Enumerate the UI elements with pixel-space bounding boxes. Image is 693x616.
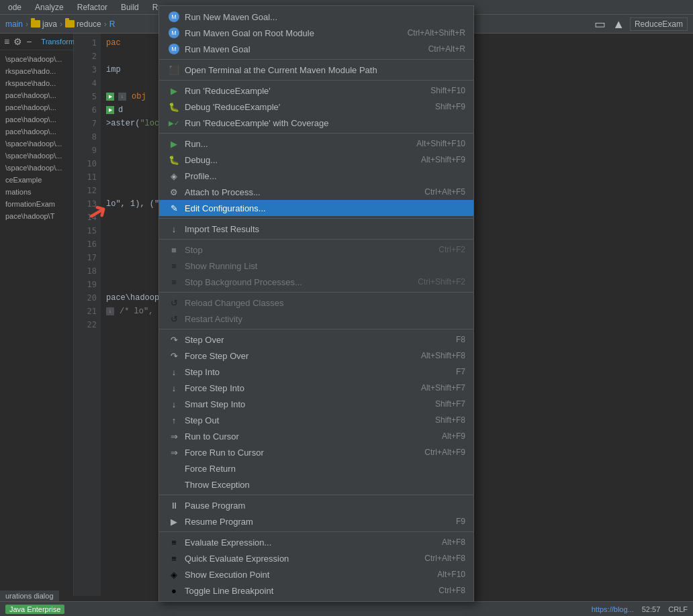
list-item[interactable]: \space\hadoop\... <box>0 138 73 150</box>
breadcrumb-main[interactable]: main <box>5 19 23 29</box>
ctx-item-run-to-cursor[interactable]: ⇒ Run to Cursor Alt+F9 <box>159 428 473 444</box>
list-item[interactable]: pace\hadoop\T <box>0 210 73 222</box>
ctx-item-open-terminal[interactable]: ⬛ Open Terminal at the Current Maven Mod… <box>159 62 473 78</box>
ctx-label: Restart Activity <box>185 314 465 324</box>
list-item[interactable]: pace\hadoop\... <box>0 89 73 101</box>
ctx-item-evaluate[interactable]: ≡ Evaluate Expression... Alt+F8 <box>159 534 473 550</box>
coverage-icon: ▶✓ <box>167 119 181 127</box>
menu-item-ode[interactable]: ode <box>5 1 24 13</box>
menu-item-refactor[interactable]: Refactor <box>75 1 110 13</box>
ctx-item-force-run-cursor[interactable]: ⇒ Force Run to Cursor Ctrl+Alt+F9 <box>159 444 473 460</box>
ctx-label: Reload Changed Classes <box>185 298 465 308</box>
ctx-shortcut: Alt+Shift+F7 <box>421 383 465 393</box>
ctx-item-step-into[interactable]: ↓ Step Into F7 <box>159 364 473 380</box>
ctx-item-reload: ↺ Reload Changed Classes <box>159 295 473 311</box>
line-num-2: 2 <box>74 50 97 63</box>
gutter-btn-21[interactable]: ↓ <box>106 307 114 315</box>
list-item[interactable]: formationExam <box>0 198 73 210</box>
ctx-label: Run Maven Goal on Root Module <box>185 28 397 38</box>
toolbar-btn-arrow[interactable]: ▲ <box>611 16 626 33</box>
list-item[interactable]: ceExample <box>0 174 73 186</box>
ctx-label: Force Run to Cursor <box>185 448 414 458</box>
ctx-item-force-step-over[interactable]: ↷ Force Step Over Alt+Shift+F8 <box>159 348 473 364</box>
step-out-icon: ↑ <box>167 415 181 425</box>
ctx-item-smart-step-into[interactable]: ↓ Smart Step Into Shift+F7 <box>159 396 473 412</box>
ctx-item-force-return[interactable]: Force Return <box>159 460 473 476</box>
ctx-item-force-step-into[interactable]: ↓ Force Step Into Alt+Shift+F7 <box>159 380 473 396</box>
run-button-6[interactable] <box>106 106 114 114</box>
ctx-label: Step Into <box>185 367 445 377</box>
attach-icon: ⚙ <box>167 187 181 197</box>
ctx-item-step-over[interactable]: ↷ Step Over F8 <box>159 331 473 348</box>
ctx-label: Resume Program <box>185 517 445 527</box>
ctx-item-throw-exception[interactable]: Throw Exception <box>159 476 473 493</box>
ctx-label: Import Test Results <box>185 224 465 234</box>
list-item[interactable]: \space\hadoop\... <box>0 53 73 65</box>
step-into-icon: ↓ <box>167 367 181 377</box>
ctx-item-show-exec-point[interactable]: ◈ Show Execution Point Alt+F10 <box>159 566 473 582</box>
run-button-5[interactable] <box>106 93 114 101</box>
panel-icon-minus[interactable]: − <box>26 36 32 47</box>
pause-icon: ⏸ <box>167 501 181 511</box>
line-num-18: 18 <box>74 264 97 278</box>
ctx-item-step-out[interactable]: ↑ Step Out Shift+F8 <box>159 412 473 428</box>
ctx-shortcut: Ctrl+F8 <box>438 586 465 595</box>
ctx-item-edit-config[interactable]: ✎ Edit Configurations... <box>159 200 473 216</box>
menu-item-analyze[interactable]: Analyze <box>32 1 66 13</box>
ctx-item-run-maven-root[interactable]: M Run Maven Goal on Root Module Ctrl+Alt… <box>159 25 473 41</box>
ctx-label: Open Terminal at the Current Maven Modul… <box>185 65 465 75</box>
resume-icon: ▶ <box>167 517 181 527</box>
list-item[interactable]: \space\hadoop\... <box>0 162 73 174</box>
ctx-item-resume[interactable]: ▶ Resume Program F9 <box>159 513 473 529</box>
ctx-item-attach[interactable]: ⚙ Attach to Process... Ctrl+Alt+F5 <box>159 184 473 200</box>
list-item[interactable]: pace\hadoop\... <box>0 101 73 113</box>
ctx-item-run[interactable]: ▶ Run... Alt+Shift+F10 <box>159 136 473 152</box>
ctx-item-toggle-breakpoint[interactable]: ● Toggle Line Breakpoint Ctrl+F8 <box>159 582 473 599</box>
run-to-cursor-icon: ⇒ <box>167 431 181 442</box>
list-item[interactable]: \space\hadoop\... <box>0 150 73 162</box>
ctx-item-run-coverage[interactable]: ▶✓ Run 'ReduceExample' with Coverage <box>159 115 473 131</box>
list-item[interactable]: pace\hadoop\... <box>0 125 73 138</box>
ctx-shortcut: Shift+F10 <box>430 86 465 95</box>
left-panel: ≡ ⚙ − Transformati... \space\hadoop\... … <box>0 34 74 596</box>
breadcrumb-r[interactable]: R <box>109 19 116 29</box>
breadcrumb-java[interactable]: java <box>31 19 57 29</box>
toolbar-btn-rect[interactable]: ▭ <box>593 15 607 33</box>
ctx-item-debug[interactable]: 🐛 Debug... Alt+Shift+F9 <box>159 152 473 168</box>
status-link[interactable]: https://blog... <box>592 605 634 613</box>
debug2-icon: 🐛 <box>167 155 181 165</box>
smart-step-into-icon: ↓ <box>167 399 181 409</box>
list-item[interactable]: pace\hadoop\... <box>0 113 73 125</box>
left-panel-toolbar: ≡ ⚙ − Transformati... <box>0 34 73 50</box>
ctx-item-run-maven-goal[interactable]: M Run New Maven Goal... <box>159 9 473 25</box>
ctx-shortcut: Alt+Shift+F10 <box>416 139 465 148</box>
terminal-icon: ⬛ <box>167 65 181 75</box>
ctx-item-restart: ↺ Restart Activity <box>159 311 473 327</box>
panel-icon-gear[interactable]: ⚙ <box>13 36 22 47</box>
line-num-4: 4 <box>74 76 97 90</box>
gutter-btn-5[interactable]: ↓ <box>118 93 126 101</box>
ctx-item-pause[interactable]: ⏸ Pause Program <box>159 497 473 513</box>
ctx-item-run-reduce[interactable]: ▶ Run 'ReduceExample' Shift+F10 <box>159 83 473 99</box>
ctx-item-profile[interactable]: ◈ Profile... <box>159 168 473 184</box>
force-step-into-icon: ↓ <box>167 383 181 393</box>
ctx-item-debug-reduce[interactable]: 🐛 Debug 'ReduceExample' Shift+F9 <box>159 99 473 115</box>
ctx-shortcut: Ctrl+Alt+F9 <box>424 448 465 457</box>
list-item[interactable]: mations <box>0 186 73 198</box>
ctx-shortcut: Alt+F10 <box>437 570 465 579</box>
ctx-label: Step Out <box>185 415 424 425</box>
ctx-item-run-maven[interactable]: M Run Maven Goal Ctrl+Alt+R <box>159 41 473 57</box>
status-position: 52:57 <box>642 605 661 613</box>
line-num-12: 12 <box>74 184 97 197</box>
list-item[interactable]: rkspace\hado... <box>0 65 73 77</box>
ctx-item-quick-evaluate[interactable]: ≡ Quick Evaluate Expression Ctrl+Alt+F8 <box>159 550 473 566</box>
ctx-shortcut: Ctrl+Shift+F2 <box>418 277 465 287</box>
list-item[interactable]: rkspace\hado... <box>0 77 73 89</box>
ctx-item-show-running: ≡ Show Running List <box>159 258 473 274</box>
ctx-item-import-test[interactable]: ↓ Import Test Results <box>159 221 473 237</box>
panel-icon-list[interactable]: ≡ <box>4 36 9 47</box>
menu-item-build[interactable]: Build <box>118 1 142 13</box>
ctx-label: Run Maven Goal <box>185 44 418 54</box>
quick-evaluate-icon: ≡ <box>167 554 181 564</box>
breadcrumb-reduce[interactable]: reduce <box>65 19 101 29</box>
